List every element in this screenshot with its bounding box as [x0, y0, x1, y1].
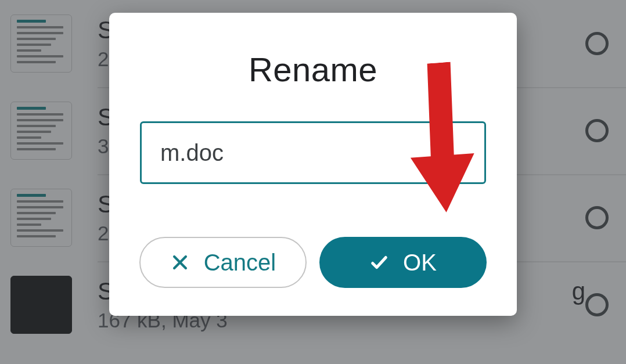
filename-input[interactable]: [140, 121, 486, 184]
dialog-title: Rename: [249, 50, 377, 89]
ok-button[interactable]: OK: [319, 237, 487, 288]
ok-label: OK: [403, 250, 437, 276]
close-icon: [170, 253, 190, 272]
cancel-label: Cancel: [204, 250, 276, 276]
cancel-button[interactable]: Cancel: [139, 237, 307, 288]
check-icon: [369, 253, 389, 272]
dialog-button-row: Cancel OK: [138, 237, 488, 288]
rename-dialog: Rename Cancel OK: [109, 13, 517, 316]
